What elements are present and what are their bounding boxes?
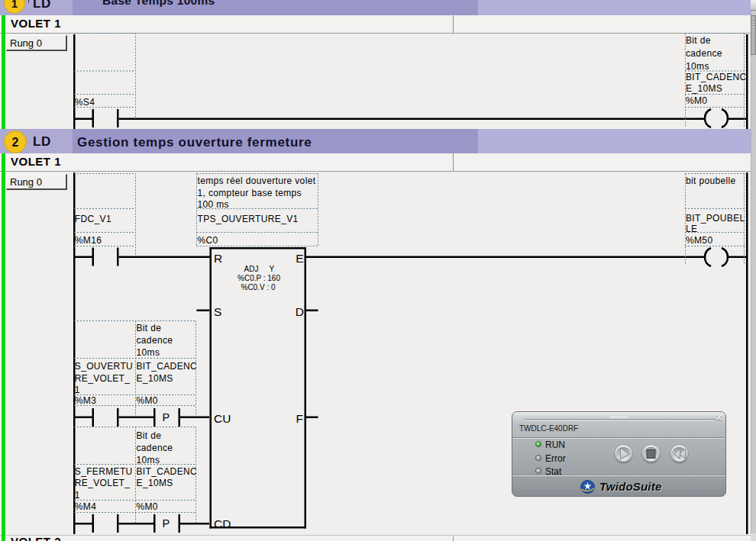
- svg-text:%M16: %M16: [75, 235, 102, 246]
- svg-text:P: P: [163, 411, 170, 423]
- svg-text:100 ms: 100 ms: [198, 199, 229, 210]
- svg-text:S: S: [214, 305, 221, 318]
- svg-text:%C0.V : 0: %C0.V : 0: [241, 283, 275, 291]
- svg-text:E_10MS: E_10MS: [137, 478, 173, 488]
- svg-text:ADJ: ADJ: [244, 265, 259, 273]
- svg-text:%S4: %S4: [75, 97, 95, 108]
- svg-text:%M50: %M50: [686, 235, 712, 246]
- svg-text:BIT_CADENC: BIT_CADENC: [686, 72, 747, 82]
- svg-text:CD: CD: [214, 517, 231, 530]
- svg-text:E: E: [296, 252, 303, 265]
- svg-text:Bit de: Bit de: [137, 323, 162, 333]
- svg-text:10ms: 10ms: [137, 347, 160, 358]
- svg-text:10ms: 10ms: [686, 61, 709, 72]
- svg-text:F: F: [296, 412, 303, 425]
- svg-text:%M4: %M4: [75, 501, 96, 512]
- svg-text:P: P: [163, 517, 170, 530]
- svg-text:S_FERMETU: S_FERMETU: [75, 466, 133, 477]
- svg-text:1: 1: [75, 385, 80, 395]
- svg-text:%M3: %M3: [75, 395, 96, 406]
- svg-text:BIT_CADENC: BIT_CADENC: [137, 361, 198, 372]
- svg-text:%M0: %M0: [686, 95, 707, 106]
- svg-text:%C0: %C0: [198, 235, 218, 246]
- svg-text:Bit de: Bit de: [686, 35, 711, 46]
- svg-text:CU: CU: [214, 412, 231, 425]
- svg-text:Y: Y: [270, 265, 275, 273]
- svg-text:D: D: [296, 305, 304, 318]
- svg-text:cadence: cadence: [137, 443, 173, 453]
- svg-text:%M0: %M0: [137, 501, 158, 512]
- svg-text:TPS_OUVERTURE_V1: TPS_OUVERTURE_V1: [198, 214, 299, 224]
- svg-text:RE_VOLET_: RE_VOLET_: [75, 373, 131, 384]
- svg-text:temps réel douverture volet: temps réel douverture volet: [198, 176, 316, 186]
- svg-text:cadence: cadence: [686, 48, 722, 59]
- svg-text:cadence: cadence: [137, 335, 173, 346]
- svg-text:BIT_CADENC: BIT_CADENC: [137, 466, 198, 477]
- svg-text:1, compteur base temps: 1, compteur base temps: [198, 188, 302, 198]
- svg-text:Bit de: Bit de: [137, 430, 162, 441]
- svg-text:E_10MS: E_10MS: [686, 83, 722, 94]
- svg-text:R: R: [214, 252, 222, 265]
- svg-text:LE: LE: [686, 224, 697, 234]
- svg-text:S_OUVERTU: S_OUVERTU: [75, 361, 133, 372]
- svg-text:10ms: 10ms: [137, 455, 160, 465]
- svg-text:RE_VOLET_: RE_VOLET_: [75, 478, 131, 488]
- svg-text:1: 1: [75, 490, 80, 501]
- svg-text:FDC_V1: FDC_V1: [75, 214, 111, 224]
- svg-text:E_10MS: E_10MS: [137, 373, 173, 384]
- svg-text:%M0: %M0: [137, 395, 158, 406]
- svg-text:bit poubelle: bit poubelle: [686, 176, 736, 186]
- svg-text:%C0.P : 160: %C0.P : 160: [237, 274, 280, 282]
- svg-text:BIT_POUBEL: BIT_POUBEL: [686, 213, 745, 224]
